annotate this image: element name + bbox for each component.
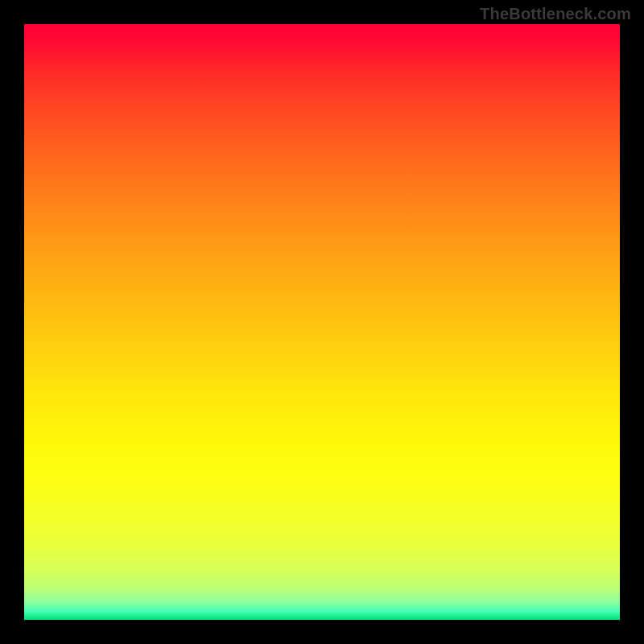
watermark-text: TheBottleneck.com [480, 5, 631, 23]
chart-frame: TheBottleneck.com [0, 0, 644, 644]
background-gradient [24, 24, 620, 620]
plot-area [24, 24, 620, 620]
